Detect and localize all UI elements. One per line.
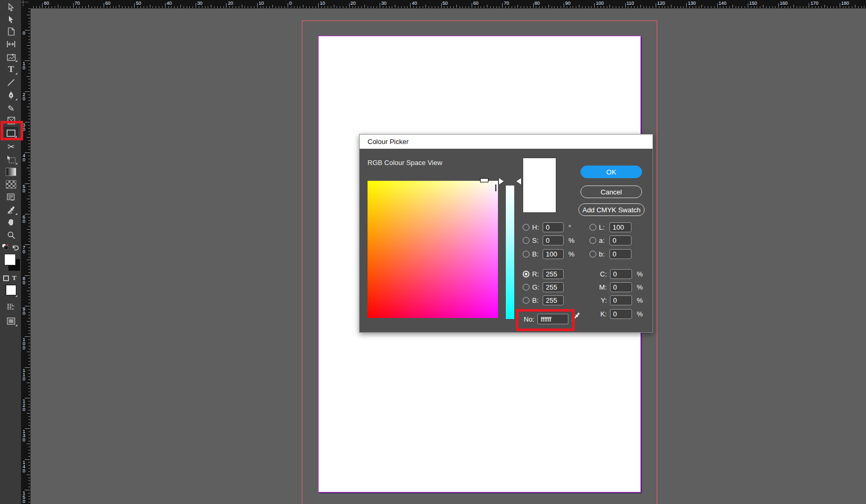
vruler-tick bbox=[28, 303, 30, 303]
hruler-tick bbox=[376, 6, 377, 8]
hsb-rgb-b2-input[interactable] bbox=[543, 295, 564, 305]
vruler-tick bbox=[28, 284, 30, 285]
hruler-tick bbox=[113, 6, 114, 8]
hruler-tick bbox=[82, 6, 83, 8]
tool-insert-line[interactable] bbox=[4, 77, 18, 88]
lab-l-radio[interactable] bbox=[589, 224, 596, 231]
hsb-rgb-b-input[interactable] bbox=[543, 249, 564, 259]
tool-preview-image[interactable] bbox=[4, 315, 18, 327]
hruler-tick bbox=[97, 6, 98, 8]
hruler-tick bbox=[398, 6, 399, 8]
tool-measurements[interactable] bbox=[4, 38, 18, 50]
hruler-tick bbox=[306, 6, 307, 8]
hruler-tick bbox=[358, 6, 359, 8]
hruler-tick bbox=[668, 6, 668, 8]
hruler-tick bbox=[284, 6, 285, 8]
cmyk-y-input[interactable] bbox=[610, 295, 632, 305]
hruler-tick bbox=[843, 6, 843, 8]
vruler-tick bbox=[28, 468, 30, 469]
hsb-rgb-r-radio[interactable] bbox=[523, 271, 529, 277]
tool-hatch-lines[interactable] bbox=[4, 301, 18, 312]
hruler-tick bbox=[478, 6, 478, 8]
cmyk-m-input[interactable] bbox=[610, 282, 632, 292]
hsb-rgb-b-radio[interactable] bbox=[523, 251, 529, 258]
ok-button[interactable]: OK bbox=[580, 166, 642, 178]
hsb-rgb-g-radio[interactable] bbox=[523, 284, 529, 291]
gradient-cursor[interactable] bbox=[480, 178, 488, 182]
hsb-rgb-h-radio[interactable] bbox=[523, 224, 529, 231]
cmyk-c-input[interactable] bbox=[610, 269, 632, 279]
colour-gradient-square[interactable] bbox=[368, 181, 498, 318]
colour-space-label: RGB Colour Space View bbox=[368, 159, 442, 167]
hruler-tick bbox=[864, 6, 864, 8]
hruler-tick bbox=[613, 6, 613, 8]
hruler-tick bbox=[33, 6, 34, 8]
tool-text-color-toggle[interactable]: T bbox=[11, 272, 18, 284]
tool-insert-frame[interactable] bbox=[4, 26, 18, 37]
hsb-rgb-h-input[interactable] bbox=[543, 222, 564, 232]
hsb-rgb-s-radio[interactable] bbox=[523, 237, 529, 244]
hruler-tick bbox=[174, 6, 175, 8]
vertical-ruler[interactable]: 01 02 03 04 05 06 07 08 09 01 0 01 1 01 … bbox=[21, 8, 30, 504]
hruler-tick bbox=[760, 6, 760, 8]
hruler-tick bbox=[855, 5, 855, 8]
add-cmyk-swatch-button[interactable]: Add CMYK Swatch bbox=[578, 203, 645, 216]
vruler-tick bbox=[28, 435, 30, 435]
tool-select-item-outline[interactable] bbox=[4, 2, 18, 13]
cancel-button[interactable]: Cancel bbox=[580, 186, 642, 198]
tool-gradient-fill[interactable] bbox=[4, 166, 18, 178]
hsb-rgb-s-input[interactable] bbox=[543, 235, 564, 245]
hruler-tick bbox=[582, 6, 583, 8]
hruler-label: 20 bbox=[351, 1, 356, 6]
tool-select-item[interactable] bbox=[4, 14, 18, 25]
vruler-label: 1 4 0 bbox=[23, 460, 25, 473]
tool-cut-item[interactable]: ✂ bbox=[4, 141, 18, 152]
tool-swap-colors[interactable] bbox=[1, 241, 9, 253]
tool-bezier-pen[interactable] bbox=[4, 89, 18, 101]
hruler-tick bbox=[150, 5, 150, 8]
horizontal-ruler[interactable]: 8070605040302010010203040506070809010011… bbox=[21, 0, 866, 8]
lab-b-input[interactable] bbox=[609, 249, 631, 259]
tool-frame-color-toggle[interactable] bbox=[2, 272, 9, 284]
value-slider[interactable] bbox=[506, 186, 514, 319]
hsb-rgb-b2-radio[interactable] bbox=[523, 297, 529, 304]
hsb-rgb-g-input[interactable] bbox=[543, 282, 564, 292]
tool-stroke-color-swatch[interactable] bbox=[4, 283, 18, 297]
tool-freehand-pencil[interactable]: ✎ bbox=[4, 102, 18, 114]
tool-rotate-item[interactable] bbox=[4, 153, 18, 165]
vruler-tick bbox=[28, 189, 30, 190]
tool-insert-text-frame[interactable]: T bbox=[4, 64, 18, 75]
hruler-tick bbox=[634, 6, 635, 8]
tool-fill-stroke-swatches[interactable] bbox=[4, 253, 18, 271]
dialog-titlebar[interactable]: Colour Picker bbox=[360, 135, 653, 149]
cmyk-k-input[interactable] bbox=[610, 309, 632, 319]
tool-pan-hand[interactable] bbox=[4, 217, 18, 228]
hruler-tick bbox=[637, 6, 638, 8]
hsb-rgb-r-input[interactable] bbox=[543, 269, 564, 279]
hruler-tick bbox=[214, 6, 215, 8]
ruler-origin-corner[interactable] bbox=[21, 0, 30, 8]
tool-eyedropper-tool[interactable] bbox=[4, 204, 18, 215]
lab-l-input[interactable] bbox=[609, 222, 631, 232]
hruler-tick bbox=[806, 6, 807, 8]
lab-a-radio[interactable] bbox=[589, 237, 596, 244]
hruler-tick bbox=[508, 6, 509, 8]
slider-marker-right[interactable] bbox=[516, 178, 521, 184]
tool-story-editor[interactable] bbox=[4, 191, 18, 203]
tool-revert-arrow[interactable] bbox=[11, 241, 19, 253]
hruler-tick bbox=[248, 6, 248, 8]
vruler-tick bbox=[28, 21, 30, 22]
tool-insert-image-frame[interactable] bbox=[4, 51, 18, 63]
hruler-tick bbox=[659, 6, 659, 8]
vruler-tick bbox=[28, 79, 30, 79]
tool-zoom-tool[interactable] bbox=[4, 229, 18, 241]
slider-marker-left[interactable] bbox=[499, 178, 504, 184]
lab-b-radio[interactable] bbox=[589, 251, 596, 258]
hruler-tick bbox=[609, 5, 610, 8]
hruler-tick bbox=[447, 6, 447, 8]
tool-pattern-fill[interactable] bbox=[4, 179, 18, 190]
vruler-label: 8 0 bbox=[23, 276, 25, 285]
hruler-tick bbox=[490, 6, 491, 8]
hruler-tick bbox=[156, 6, 156, 8]
lab-a-input[interactable] bbox=[609, 235, 631, 245]
